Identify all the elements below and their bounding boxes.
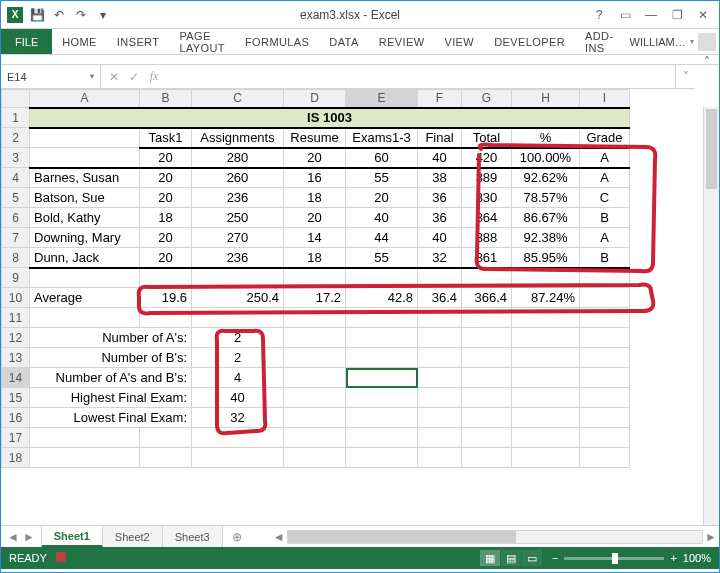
cell[interactable]: 38 [418, 168, 462, 188]
cell[interactable] [30, 128, 140, 148]
redo-button[interactable]: ↷ [71, 5, 91, 25]
vertical-scrollbar[interactable] [703, 107, 719, 525]
ribbon-tab-home[interactable]: HOME [52, 29, 107, 54]
cell[interactable]: 60 [346, 148, 418, 168]
enter-formula-button[interactable]: ✓ [125, 70, 143, 84]
cell[interactable]: Highest Final Exam: [30, 388, 192, 408]
cell[interactable]: Total [462, 128, 512, 148]
file-tab[interactable]: FILE [1, 29, 52, 54]
view-normal-button[interactable]: ▦ [480, 550, 500, 566]
cell[interactable] [284, 328, 346, 348]
col-header-F[interactable]: F [418, 90, 462, 108]
cell[interactable]: 32 [192, 408, 284, 428]
cell[interactable]: 87.24% [512, 288, 580, 308]
cell[interactable]: 44 [346, 228, 418, 248]
row-header[interactable]: 9 [2, 268, 30, 288]
new-sheet-button[interactable]: ⊕ [223, 526, 251, 547]
cell[interactable] [512, 348, 580, 368]
worksheet-grid[interactable]: A B C D E F G H I 1IS 1003 2Task1Assignm… [1, 89, 719, 525]
cell[interactable]: 20 [140, 168, 192, 188]
cell[interactable]: Barnes, Susan [30, 168, 140, 188]
cell[interactable]: 14 [284, 228, 346, 248]
ribbon-tab-review[interactable]: REVIEW [369, 29, 435, 54]
cell[interactable]: 36 [418, 208, 462, 228]
cell[interactable]: B [580, 248, 630, 268]
cell[interactable]: Downing, Mary [30, 228, 140, 248]
row-header[interactable]: 2 [2, 128, 30, 148]
row-header[interactable]: 10 [2, 288, 30, 308]
row-header[interactable]: 12 [2, 328, 30, 348]
cell[interactable]: 420 [462, 148, 512, 168]
cell[interactable] [284, 368, 346, 388]
cell[interactable]: 20 [140, 148, 192, 168]
row-header[interactable]: 15 [2, 388, 30, 408]
formula-input[interactable] [167, 65, 675, 88]
cell[interactable]: 40 [418, 148, 462, 168]
cell[interactable] [512, 368, 580, 388]
cell[interactable]: % [512, 128, 580, 148]
cell[interactable]: 280 [192, 148, 284, 168]
ribbon-tab-insert[interactable]: INSERT [107, 29, 170, 54]
cell[interactable]: 250.4 [192, 288, 284, 308]
undo-button[interactable]: ↶ [49, 5, 69, 25]
ribbon-tab-developer[interactable]: DEVELOPER [484, 29, 575, 54]
cell[interactable]: 20 [140, 228, 192, 248]
zoom-level[interactable]: 100% [683, 552, 711, 564]
col-header-C[interactable]: C [192, 90, 284, 108]
cell[interactable] [346, 388, 418, 408]
cell[interactable]: 40 [192, 388, 284, 408]
cell[interactable]: 40 [346, 208, 418, 228]
cell[interactable] [346, 368, 418, 388]
sheet-tab[interactable]: Sheet2 [103, 526, 163, 547]
cell[interactable] [462, 388, 512, 408]
ribbon-tab-formulas[interactable]: FORMULAS [235, 29, 319, 54]
sheet-tab[interactable]: Sheet1 [42, 526, 103, 547]
cell[interactable]: Grade [580, 128, 630, 148]
cell[interactable]: 36.4 [418, 288, 462, 308]
cell[interactable]: 250 [192, 208, 284, 228]
cell[interactable]: IS 1003 [30, 108, 630, 128]
cell[interactable]: 366.4 [462, 288, 512, 308]
cell[interactable]: 388 [462, 228, 512, 248]
cell[interactable]: 389 [462, 168, 512, 188]
cell[interactable]: 40 [418, 228, 462, 248]
cell[interactable]: Resume [284, 128, 346, 148]
cell[interactable]: Number of A's: [30, 328, 192, 348]
cell[interactable]: C [580, 188, 630, 208]
cancel-formula-button[interactable]: ✕ [105, 70, 123, 84]
cell[interactable]: A [580, 148, 630, 168]
cell[interactable]: 19.6 [140, 288, 192, 308]
cell[interactable]: B [580, 208, 630, 228]
row-header[interactable]: 13 [2, 348, 30, 368]
cell[interactable] [418, 348, 462, 368]
cell[interactable]: Average [30, 288, 140, 308]
cell[interactable]: Final [418, 128, 462, 148]
cell[interactable] [462, 368, 512, 388]
row-header[interactable]: 5 [2, 188, 30, 208]
cell[interactable] [580, 388, 630, 408]
close-button[interactable]: ✕ [691, 5, 715, 25]
cell[interactable] [512, 328, 580, 348]
cell[interactable]: 20 [284, 208, 346, 228]
view-page-break-button[interactable]: ▭ [522, 550, 542, 566]
zoom-slider[interactable] [564, 557, 664, 560]
cell[interactable] [284, 348, 346, 368]
col-header-G[interactable]: G [462, 90, 512, 108]
row-header[interactable]: 3 [2, 148, 30, 168]
row-header[interactable]: 14 [2, 368, 30, 388]
expand-formula-bar-button[interactable]: ˅ [675, 65, 695, 88]
view-page-layout-button[interactable]: ▤ [501, 550, 521, 566]
cell[interactable] [418, 408, 462, 428]
cell[interactable]: 364 [462, 208, 512, 228]
customize-qat-button[interactable]: ▾ [93, 5, 113, 25]
cell[interactable]: 18 [284, 188, 346, 208]
row-header[interactable]: 16 [2, 408, 30, 428]
cell[interactable]: 92.62% [512, 168, 580, 188]
col-header-D[interactable]: D [284, 90, 346, 108]
cell[interactable]: 236 [192, 248, 284, 268]
cell[interactable] [418, 368, 462, 388]
maximize-button[interactable]: ❐ [665, 5, 689, 25]
ribbon-collapse-button[interactable]: ˄ [695, 55, 719, 69]
ribbon-tab-view[interactable]: VIEW [434, 29, 484, 54]
cell[interactable]: 20 [140, 248, 192, 268]
